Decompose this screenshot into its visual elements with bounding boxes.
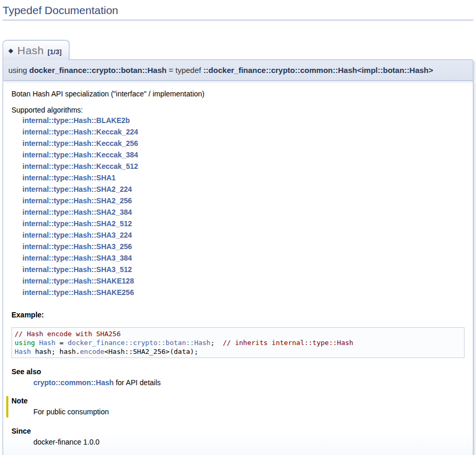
algorithm-link[interactable]: internal::type::Hash::SHA3_224 <box>22 229 465 241</box>
signature-target-type: ::docker_finance::crypto::common::Hash<i… <box>203 66 433 75</box>
algorithm-link[interactable]: internal::type::Hash::Keccak_512 <box>22 161 465 172</box>
algorithm-link[interactable]: internal::type::Hash::SHA1 <box>22 172 465 183</box>
code-text: = <box>55 339 67 347</box>
code-keyword: using <box>15 339 35 347</box>
code-text: <Hash::SHA2_256>(data); <box>104 348 198 355</box>
code-text: ; <box>211 339 223 347</box>
algorithm-link[interactable]: internal::type::Hash::SHA2_512 <box>22 218 465 229</box>
code-link[interactable]: Hash <box>39 339 55 347</box>
member-documentation: Botan Hash API specialization ("interfac… <box>3 81 473 455</box>
code-text <box>35 339 39 347</box>
algorithm-link[interactable]: internal::type::Hash::SHA3_384 <box>22 252 465 264</box>
page-title: Typedef Documentation <box>3 4 473 20</box>
algorithm-link[interactable]: internal::type::Hash::SHA3_512 <box>22 264 465 275</box>
note-label: Note <box>11 397 465 405</box>
code-line: // Hash encode with SHA256 <box>15 329 461 338</box>
supported-algorithms-label: Supported algorithms: <box>11 106 465 114</box>
since-section: Since docker-finance 1.0.0 <box>11 427 465 446</box>
algorithm-link[interactable]: internal::type::Hash::SHAKE256 <box>22 287 465 298</box>
member-title-tab: ◆Hash[1/3] <box>3 40 69 60</box>
algorithm-link[interactable]: internal::type::Hash::SHA3_256 <box>22 241 465 252</box>
signature-name: docker_finance::crypto::botan::Hash <box>29 66 166 75</box>
code-text: hash; hash. <box>31 348 80 355</box>
algorithm-link[interactable]: internal::type::Hash::SHA2_384 <box>22 206 465 218</box>
since-label: Since <box>11 427 465 435</box>
algorithm-list: internal::type::Hash::BLAKE2b internal::… <box>22 115 465 298</box>
since-text: docker-finance 1.0.0 <box>33 438 465 446</box>
example-heading: Example: <box>11 311 465 319</box>
algorithm-link[interactable]: internal::type::Hash::SHA2_256 <box>22 195 465 206</box>
algorithm-link[interactable]: internal::type::Hash::SHAKE128 <box>22 275 465 287</box>
code-line: Hash hash; hash.encode<Hash::SHA2_256>(d… <box>15 347 461 356</box>
see-also-label: See also <box>11 367 465 376</box>
code-comment: // inherits internal::type::Hash <box>223 339 353 347</box>
description-text: Botan Hash API specialization ("interfac… <box>11 90 465 98</box>
algorithm-link[interactable]: internal::type::Hash::Keccak_256 <box>22 138 465 149</box>
code-fragment: // Hash encode with SHA256 using Hash = … <box>11 327 465 358</box>
code-line: using Hash = docker_finance::crypto::bot… <box>15 338 461 347</box>
signature-middle: = typedef <box>166 66 203 75</box>
code-link[interactable]: encode <box>80 348 104 355</box>
algorithm-link[interactable]: internal::type::Hash::Keccak_384 <box>22 149 465 161</box>
code-comment: // Hash encode with SHA256 <box>15 330 121 338</box>
member-prototype: using docker_finance::crypto::botan::Has… <box>3 59 473 81</box>
code-link[interactable]: docker_finance::crypto::botan::Hash <box>68 339 211 347</box>
member-name: Hash <box>17 44 44 56</box>
see-also-suffix: for API details <box>114 378 161 387</box>
code-link[interactable]: Hash <box>15 348 31 355</box>
see-also-section: See also crypto::common::Hash for API de… <box>11 367 465 387</box>
member-item: ◆Hash[1/3] using docker_finance::crypto:… <box>3 40 473 455</box>
see-also-content: crypto::common::Hash for API details <box>33 378 465 387</box>
see-also-link[interactable]: crypto::common::Hash <box>33 378 114 387</box>
overload-count-badge: [1/3] <box>47 48 62 56</box>
signature-prefix: using <box>8 66 29 75</box>
note-text: For public consumption <box>33 408 465 416</box>
page: Typedef Documentation ◆Hash[1/3] using d… <box>0 0 476 455</box>
algorithm-link[interactable]: internal::type::Hash::Keccak_224 <box>22 126 465 138</box>
algorithm-link[interactable]: internal::type::Hash::BLAKE2b <box>22 115 465 126</box>
note-section: Note For public consumption <box>6 396 465 417</box>
permalink-diamond-icon[interactable]: ◆ <box>8 47 13 54</box>
algorithm-link[interactable]: internal::type::Hash::SHA2_224 <box>22 183 465 195</box>
